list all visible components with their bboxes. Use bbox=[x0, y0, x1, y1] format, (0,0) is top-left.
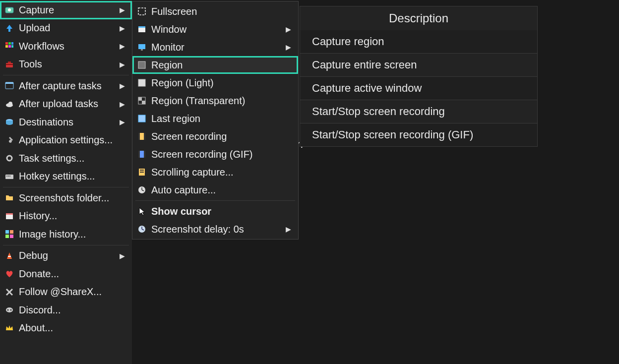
submenu-show-cursor[interactable]: Show cursor bbox=[132, 202, 298, 220]
svg-rect-5 bbox=[5, 45, 8, 48]
description-table: Description Capture region Capture entir… bbox=[300, 6, 538, 147]
submenu-screenshot-delay[interactable]: Screenshot delay: 0s ▶ bbox=[132, 220, 298, 238]
menu-follow-sharex[interactable]: Follow @ShareX... bbox=[0, 283, 132, 302]
submenu-auto-capture[interactable]: Auto capture... bbox=[132, 181, 298, 199]
submenu-scrolling-capture[interactable]: Scrolling capture... bbox=[132, 163, 298, 181]
menu-screenshots-folder[interactable]: Screenshots folder... bbox=[0, 189, 132, 207]
svg-rect-23 bbox=[6, 213, 13, 215]
window-icon bbox=[4, 80, 15, 91]
svg-rect-47 bbox=[138, 151, 140, 158]
submenu-arrow-icon: ▶ bbox=[120, 42, 125, 50]
submenu-window[interactable]: Window ▶ bbox=[132, 20, 298, 38]
svg-rect-34 bbox=[138, 26, 145, 28]
svg-rect-51 bbox=[140, 172, 144, 173]
menu-discord[interactable]: Discord... bbox=[0, 301, 132, 319]
menu-donate[interactable]: Donate... bbox=[0, 265, 132, 283]
submenu-label: Window bbox=[151, 24, 286, 35]
menu-label: Tools bbox=[19, 59, 120, 70]
svg-rect-6 bbox=[8, 45, 11, 48]
menu-label: Hotkey settings... bbox=[19, 171, 128, 182]
svg-rect-3 bbox=[8, 42, 11, 45]
menu-label: Upload bbox=[19, 22, 120, 34]
sidebar-menu: Capture ▶ Upload ▶ Workflows ▶ Tools ▶ A… bbox=[0, 0, 132, 364]
svg-rect-12 bbox=[5, 82, 13, 84]
separator bbox=[3, 75, 129, 75]
menu-destinations[interactable]: Destinations ▶ bbox=[0, 113, 132, 131]
svg-rect-20 bbox=[8, 176, 9, 177]
submenu-region-light[interactable]: Region (Light) bbox=[132, 74, 298, 92]
table-row[interactable]: Start/Stop screen recording bbox=[300, 100, 538, 123]
submenu-screen-recording[interactable]: Screen recording bbox=[132, 127, 298, 145]
menu-hotkey-settings[interactable]: Hotkey settings... bbox=[0, 168, 132, 186]
submenu-monitor[interactable]: Monitor ▶ bbox=[132, 38, 298, 56]
submenu-region[interactable]: Region bbox=[132, 56, 298, 74]
table-row[interactable]: Capture active window bbox=[300, 77, 538, 100]
menu-after-upload-tasks[interactable]: After upload tasks ▶ bbox=[0, 95, 132, 114]
menu-image-history[interactable]: Image history... bbox=[0, 225, 132, 243]
clock-icon bbox=[136, 184, 147, 195]
submenu-last-region[interactable]: Last region bbox=[132, 110, 298, 127]
submenu-label: Region (Transparent) bbox=[151, 95, 294, 107]
submenu-arrow-icon: ▶ bbox=[286, 25, 291, 33]
menu-label: Discord... bbox=[19, 304, 128, 316]
svg-rect-28 bbox=[8, 256, 11, 257]
menu-workflows[interactable]: Workflows ▶ bbox=[0, 37, 132, 56]
submenu-region-transparent[interactable]: Region (Transparent) bbox=[132, 92, 298, 110]
svg-point-14 bbox=[8, 102, 12, 106]
monitor-icon bbox=[136, 42, 147, 53]
region-last-icon bbox=[136, 113, 147, 124]
menu-upload[interactable]: Upload ▶ bbox=[0, 19, 132, 38]
svg-rect-35 bbox=[138, 44, 145, 49]
submenu-label: Region (Light) bbox=[151, 77, 294, 89]
svg-point-30 bbox=[7, 309, 9, 311]
svg-rect-21 bbox=[9, 176, 10, 177]
svg-rect-36 bbox=[141, 49, 143, 51]
menu-label: Capture bbox=[19, 4, 120, 16]
submenu-arrow-icon: ▶ bbox=[120, 82, 125, 90]
menu-label: Screenshots folder... bbox=[19, 192, 128, 204]
window-icon bbox=[136, 24, 147, 35]
submenu-arrow-icon: ▶ bbox=[120, 252, 125, 260]
svg-rect-24 bbox=[5, 230, 9, 234]
gear-icon bbox=[4, 153, 15, 164]
svg-rect-41 bbox=[142, 101, 145, 104]
menu-application-settings[interactable]: Application settings... bbox=[0, 131, 132, 150]
separator bbox=[135, 200, 295, 201]
fullscreen-icon bbox=[136, 6, 147, 17]
heart-icon bbox=[4, 268, 15, 279]
menu-debug[interactable]: Debug ▶ bbox=[0, 247, 132, 265]
table-row[interactable]: Start/Stop screen recording (GIF) bbox=[300, 123, 538, 147]
svg-rect-27 bbox=[10, 235, 13, 238]
svg-rect-42 bbox=[138, 115, 145, 122]
menu-task-settings[interactable]: Task settings... bbox=[0, 149, 132, 168]
svg-rect-45 bbox=[144, 133, 145, 140]
svg-rect-37 bbox=[138, 61, 145, 68]
submenu-label: Screenshot delay: 0s bbox=[151, 224, 286, 235]
submenu-fullscreen[interactable]: Fullscreen bbox=[132, 2, 298, 20]
table-row[interactable]: Capture region bbox=[300, 30, 538, 54]
keyboard-icon bbox=[4, 171, 15, 182]
wrench-icon bbox=[4, 135, 15, 146]
submenu-screen-recording-gif[interactable]: Screen recording (GIF) bbox=[132, 145, 298, 163]
menu-after-capture-tasks[interactable]: After capture tasks ▶ bbox=[0, 77, 132, 95]
images-icon bbox=[4, 229, 15, 240]
menu-about[interactable]: About... bbox=[0, 319, 132, 338]
submenu-label: Screen recording (GIF) bbox=[151, 149, 294, 160]
submenu-label: Fullscreen bbox=[151, 6, 294, 17]
cone-icon bbox=[4, 250, 15, 261]
table-row[interactable]: Capture entire screen bbox=[300, 54, 538, 77]
menu-history[interactable]: History... bbox=[0, 207, 132, 226]
film-icon bbox=[136, 131, 147, 142]
discord-icon bbox=[4, 304, 15, 315]
folder-icon bbox=[4, 192, 15, 203]
menu-tools[interactable]: Tools ▶ bbox=[0, 56, 132, 74]
submenu-label: Region bbox=[151, 60, 294, 71]
submenu-label: Monitor bbox=[151, 42, 286, 53]
svg-point-1 bbox=[8, 8, 11, 11]
submenu-arrow-icon: ▶ bbox=[286, 225, 291, 233]
up-arrow-icon bbox=[4, 23, 15, 34]
film-gif-icon bbox=[136, 149, 147, 160]
region-icon bbox=[136, 60, 147, 70]
submenu-arrow-icon: ▶ bbox=[120, 61, 125, 68]
menu-capture[interactable]: Capture ▶ bbox=[0, 1, 132, 19]
